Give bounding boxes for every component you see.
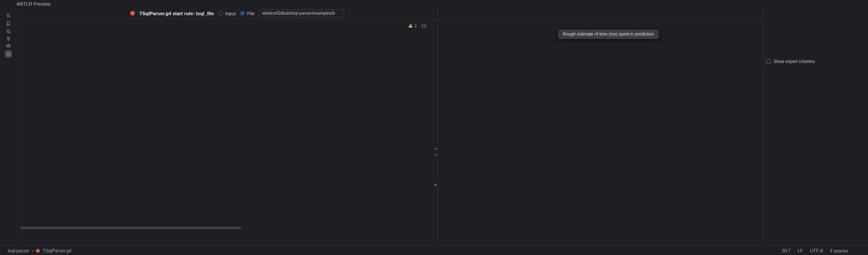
weak-warning-count[interactable]: 23: [420, 23, 426, 28]
radio-selected-icon: [240, 11, 245, 16]
error-stripe-mark[interactable]: [434, 154, 437, 156]
error-stripe-mark[interactable]: [434, 148, 437, 149]
antlr-grammar-icon: [130, 11, 135, 16]
file-path-input[interactable]: [259, 10, 344, 17]
breadcrumb: tsql-parser › TSqlParser.g4: [8, 248, 72, 253]
indent-indicator[interactable]: 4 spaces: [830, 248, 848, 253]
search-icon[interactable]: [4, 27, 12, 35]
breadcrumb-project[interactable]: tsql-parser: [8, 248, 30, 253]
layers-icon[interactable]: [4, 42, 12, 50]
profiler-table-header: [438, 22, 763, 28]
profiler-table: [438, 29, 763, 246]
warning-icon: [408, 23, 413, 28]
antlr-preview-window: ANTLR Preview TSqlParser.g4 start rule: …: [0, 0, 868, 255]
tool-window-title: ANTLR Preview: [0, 0, 868, 8]
structure-icon[interactable]: [4, 11, 12, 19]
status-bar: tsql-parser › TSqlParser.g4 30:7 LF UTF-…: [0, 246, 868, 255]
show-expert-columns-checkbox[interactable]: Show expert columns: [766, 59, 815, 64]
preview-controls-bar: TSqlParser.g4 start rule: tsql_file Inpu…: [16, 8, 437, 19]
caret-position[interactable]: 30:7: [782, 248, 791, 253]
encoding-indicator[interactable]: UTF-8: [810, 248, 823, 253]
panel-divider: [763, 8, 763, 246]
preview-tabs: [438, 8, 763, 19]
checkbox-icon: [766, 59, 771, 64]
input-file-path-field[interactable]: [259, 10, 344, 17]
file-radio[interactable]: File: [240, 11, 255, 16]
horizontal-scrollbar-thumb[interactable]: [20, 227, 241, 229]
left-toolstrip: [0, 8, 16, 246]
warning-count[interactable]: 2: [408, 23, 417, 28]
bookmarks-icon[interactable]: [4, 20, 12, 27]
inspections-widget[interactable]: 2 23: [406, 23, 434, 29]
tooltip: Rough estimate of time (ms) spent in pre…: [559, 30, 658, 39]
pin-icon[interactable]: [4, 35, 12, 43]
input-radio[interactable]: Input: [218, 11, 236, 16]
warning-stripe-mark[interactable]: [434, 184, 437, 185]
preview-right-pane: Rough estimate of time (ms) spent in pre…: [437, 8, 868, 246]
code-editor[interactable]: 2 23: [16, 19, 437, 246]
preview-icon[interactable]: [4, 50, 12, 58]
breadcrumb-file[interactable]: TSqlParser.g4: [43, 248, 72, 253]
line-ending-indicator[interactable]: LF: [798, 248, 803, 253]
grammar-start-rule-label: TSqlParser.g4 start rule: tsql_file: [139, 11, 214, 16]
antlr-file-icon: [36, 249, 40, 253]
radio-circle-icon: [218, 11, 223, 16]
